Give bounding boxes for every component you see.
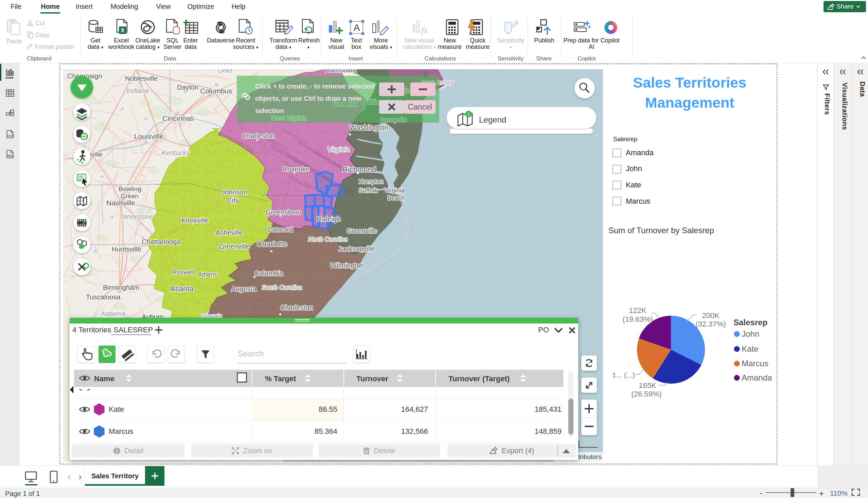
svg-text:Cincinnati: Cincinnati [162, 114, 194, 122]
svg-text:Kentucky: Kentucky [162, 149, 190, 157]
svg-text:Raleigh: Raleigh [317, 215, 341, 223]
svg-text:Virginia: Virginia [327, 146, 349, 153]
svg-text:Charleston: Charleston [280, 304, 313, 311]
svg-text:Louisville: Louisville [134, 132, 163, 140]
svg-text:Dayton: Dayton [177, 83, 199, 91]
svg-text:Knoxville: Knoxville [181, 217, 208, 224]
svg-text:(19.63%): (19.63%) [622, 315, 653, 324]
svg-text:(32.37%): (32.37%) [695, 320, 726, 328]
svg-text:Johnson: Johnson [221, 188, 247, 196]
svg-text:South Carolina: South Carolina [261, 284, 302, 291]
svg-text:Beach: Beach [387, 195, 405, 201]
svg-text:Roswell: Roswell [173, 269, 194, 276]
svg-text:Click + to create, - to remove: Click + to create, - to remove selected [255, 82, 374, 90]
svg-text:(26.59%): (26.59%) [631, 390, 662, 398]
svg-text:Concord: Concord [267, 226, 293, 233]
svg-text:i: i [468, 112, 469, 117]
svg-text:Alabama: Alabama [101, 310, 125, 317]
svg-text:Washington: Washington [349, 123, 388, 132]
svg-text:Virginia: Virginia [384, 187, 405, 194]
svg-text:Chattanooga: Chattanooga [142, 238, 181, 246]
svg-text:Jacksonville: Jacksonville [339, 245, 375, 252]
svg-text:Charlotte: Charlotte [257, 240, 287, 248]
svg-text:Tuscaloosa: Tuscaloosa [86, 293, 120, 301]
svg-text:Cancel: Cancel [408, 103, 432, 112]
svg-text:Huntsville: Huntsville [112, 246, 141, 253]
svg-text:Suffolk: Suffolk [359, 187, 378, 194]
svg-text:122K: 122K [629, 306, 647, 315]
svg-text:Legend: Legend [479, 115, 506, 124]
svg-text:Richmond: Richmond [343, 165, 376, 174]
svg-text:Green: Green [120, 193, 139, 200]
svg-text:Amanda: Amanda [742, 373, 772, 382]
svg-text:objects, or use Ctrl to draw a: objects, or use Ctrl to draw a new [255, 95, 361, 102]
svg-text:John: John [742, 329, 759, 339]
svg-text:Birmingham: Birmingham [103, 284, 139, 291]
svg-text:Charleston: Charleston [242, 132, 275, 140]
svg-text:Augusta: Augusta [231, 285, 256, 293]
svg-text:Marcus: Marcus [742, 359, 768, 368]
svg-text:tributors: tributors [578, 453, 602, 460]
svg-text:Hampton: Hampton [359, 178, 384, 185]
svg-text:200K: 200K [702, 311, 719, 320]
svg-text:Ohio: Ohio [218, 69, 232, 74]
svg-text:Nashville: Nashville [106, 199, 135, 207]
svg-text:Roanoke: Roanoke [282, 165, 309, 173]
svg-text:Wilmington: Wilmington [330, 262, 364, 269]
svg-text:Noblesville: Noblesville [125, 75, 158, 82]
svg-text:Columbia: Columbia [254, 270, 283, 277]
svg-text:Greenville: Greenville [346, 227, 377, 235]
svg-text:165K: 165K [639, 381, 656, 390]
svg-text:Columbus: Columbus [200, 87, 232, 95]
svg-text:Greenville: Greenville [219, 243, 250, 250]
svg-text:Kate: Kate [742, 344, 758, 353]
svg-text:Harrisburg: Harrisburg [325, 69, 357, 74]
svg-text:North Carolina: North Carolina [308, 236, 347, 243]
svg-text:Bowling: Bowling [118, 185, 141, 193]
svg-text:Salesrep: Salesrep [733, 318, 767, 327]
svg-text:1... (...): 1... (...) [612, 371, 635, 379]
svg-text:City: City [227, 197, 239, 204]
svg-text:selection: selection [255, 107, 284, 114]
svg-text:Greensboro: Greensboro [266, 208, 302, 216]
svg-text:Tennessee: Tennessee [119, 213, 153, 220]
svg-text:Indiana: Indiana [126, 87, 149, 94]
svg-text:Atlanta: Atlanta [170, 285, 194, 293]
svg-text:Asheville: Asheville [216, 229, 243, 236]
svg-text:Athens: Athens [198, 271, 217, 278]
